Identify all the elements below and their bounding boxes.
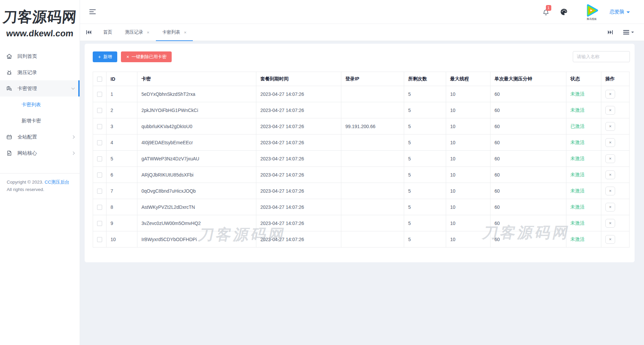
row-delete-button[interactable]: × — [605, 90, 615, 99]
cell-id: 5 — [106, 151, 137, 167]
row-checkbox[interactable] — [97, 237, 102, 242]
header-ip: 登录IP — [341, 72, 404, 86]
cell-action: × — [601, 86, 630, 102]
user-menu[interactable]: 恋爱脑 — [610, 9, 630, 15]
cell-times: 5 — [404, 215, 446, 231]
cell-action: × — [601, 199, 630, 215]
cell-expire: 2023-04-27 14:07:26 — [256, 167, 341, 183]
cell-threads: 10 — [446, 215, 490, 231]
header-expire: 套餐到期时间 — [256, 72, 341, 86]
topbar: 1 腾讯视频 恋爱脑 — [80, 0, 644, 24]
sidebar-item-card-key-list[interactable]: 卡密列表 — [0, 97, 80, 113]
cell-id: 1 — [106, 86, 137, 102]
toolbar: + 新增 × 一键删除已用卡密 — [93, 51, 630, 62]
chevron-down-icon — [631, 32, 634, 33]
cell-ip — [341, 86, 404, 102]
cell-id: 7 — [106, 183, 137, 199]
header-times: 所剩次数 — [404, 72, 446, 86]
cell-action: × — [601, 215, 630, 231]
row-delete-button[interactable]: × — [605, 203, 615, 212]
sidebar: 刀客源码网 www.dkewl.com 回到首页 测压记录 卡密管理 — [0, 0, 80, 345]
status-text: 已激活 — [570, 123, 585, 129]
tab-card-key-list[interactable]: 卡密列表 × — [156, 24, 193, 41]
cell-threads: 10 — [446, 183, 490, 199]
cell-minutes: 60 — [490, 151, 566, 167]
cell-status: 已激活 — [566, 118, 601, 135]
row-checkbox[interactable] — [97, 92, 102, 97]
sidebar-item-label: 全站配置 — [17, 134, 37, 140]
table-header-row: ID 卡密 套餐到期时间 登录IP 所剩次数 最大线程 单次最大测压分钟 状态 … — [93, 72, 630, 86]
cell-expire: 2023-04-27 14:07:26 — [256, 231, 341, 247]
cell-minutes: 60 — [490, 118, 566, 135]
cell-expire: 2023-04-27 14:07:26 — [256, 183, 341, 199]
status-text: 未激活 — [570, 140, 585, 145]
delete-used-keys-button[interactable]: × 一键删除已用卡密 — [121, 51, 172, 62]
row-delete-button[interactable]: × — [605, 154, 615, 163]
scroll-tabs-left-icon[interactable] — [86, 24, 91, 41]
header-threads: 最大线程 — [446, 72, 490, 86]
cell-threads: 10 — [446, 118, 490, 135]
cell-id: 10 — [106, 231, 137, 247]
add-button[interactable]: + 新增 — [93, 51, 117, 62]
theme-palette-icon[interactable] — [560, 8, 568, 16]
search-input[interactable] — [573, 51, 630, 62]
sidebar-item-records[interactable]: 测压记录 — [0, 64, 80, 80]
cell-expire: 2023-04-27 14:07:26 — [256, 151, 341, 167]
cell-ip — [341, 167, 404, 183]
logo-subtitle: www.dkewl.com — [0, 28, 80, 39]
tab-options-menu-icon[interactable] — [623, 30, 634, 35]
cell-key: 3vZevc0zUW00m5OmvHQ2 — [137, 215, 256, 231]
row-checkbox[interactable] — [97, 172, 102, 178]
cell-checkbox — [93, 231, 106, 247]
cell-minutes: 60 — [490, 199, 566, 215]
row-delete-button[interactable]: × — [605, 138, 615, 147]
logo-title: 刀客源码网 — [0, 7, 81, 27]
select-all-checkbox[interactable] — [97, 77, 102, 82]
row-checkbox[interactable] — [97, 124, 102, 129]
avatar[interactable]: 腾讯视频 — [582, 3, 601, 21]
row-checkbox[interactable] — [97, 156, 102, 161]
row-checkbox[interactable] — [97, 140, 102, 145]
sidebar-item-card-keys[interactable]: 卡密管理 — [0, 80, 80, 97]
tab-close-icon[interactable]: × — [147, 30, 149, 35]
cell-threads: 10 — [446, 231, 490, 247]
sidebar-item-site-config[interactable]: 全站配置 — [0, 129, 80, 145]
cell-times: 5 — [404, 167, 446, 183]
row-delete-button[interactable]: × — [605, 122, 615, 131]
cell-action: × — [601, 102, 630, 118]
row-delete-button[interactable]: × — [605, 170, 615, 179]
row-delete-button[interactable]: × — [605, 106, 615, 115]
table-row: 10IrBWyxrd5CDYbODFHDPi2023-04-27 14:07:2… — [93, 231, 630, 247]
notification-bell-icon[interactable]: 1 — [542, 9, 550, 16]
cell-status: 未激活 — [566, 135, 601, 151]
row-checkbox[interactable] — [97, 189, 102, 194]
row-checkbox[interactable] — [97, 205, 102, 210]
topbar-right: 1 腾讯视频 恋爱脑 — [542, 3, 630, 21]
sidebar-item-home[interactable]: 回到首页 — [0, 48, 80, 64]
row-checkbox[interactable] — [97, 221, 102, 226]
cell-key: 5eDYxQbhnSkzdShT2rxa — [137, 86, 256, 102]
cell-key: ARjQJbRIKUtU85dsXFbi — [137, 167, 256, 183]
sidebar-item-add-card-key[interactable]: 新增卡密 — [0, 113, 80, 129]
row-delete-button[interactable]: × — [605, 219, 615, 228]
row-delete-button[interactable]: × — [605, 235, 615, 244]
table-row: 3qubbrluKKVa42gDkIoU02023-04-27 14:07:26… — [93, 118, 630, 135]
cell-status: 未激活 — [566, 151, 601, 167]
status-text: 未激活 — [570, 107, 585, 113]
tabbar-right — [608, 24, 634, 41]
sidebar-item-label: 新增卡密 — [22, 118, 41, 124]
username: 恋爱脑 — [610, 9, 625, 15]
chevron-right-icon — [72, 135, 75, 139]
cell-action: × — [601, 135, 630, 151]
cell-id: 2 — [106, 102, 137, 118]
scroll-tabs-right-icon[interactable] — [608, 30, 613, 35]
sidebar-item-site-core[interactable]: 网站核心 — [0, 145, 80, 161]
copyright-link[interactable]: CC测压后台 — [45, 180, 70, 185]
tab-records[interactable]: 测压记录 × — [119, 24, 156, 41]
sidebar-collapse-icon[interactable] — [89, 9, 96, 14]
row-delete-button[interactable]: × — [605, 187, 615, 195]
tab-close-icon[interactable]: × — [184, 30, 187, 35]
cell-checkbox — [93, 199, 106, 215]
tab-home[interactable]: 首页 — [97, 24, 119, 41]
row-checkbox[interactable] — [97, 108, 102, 113]
